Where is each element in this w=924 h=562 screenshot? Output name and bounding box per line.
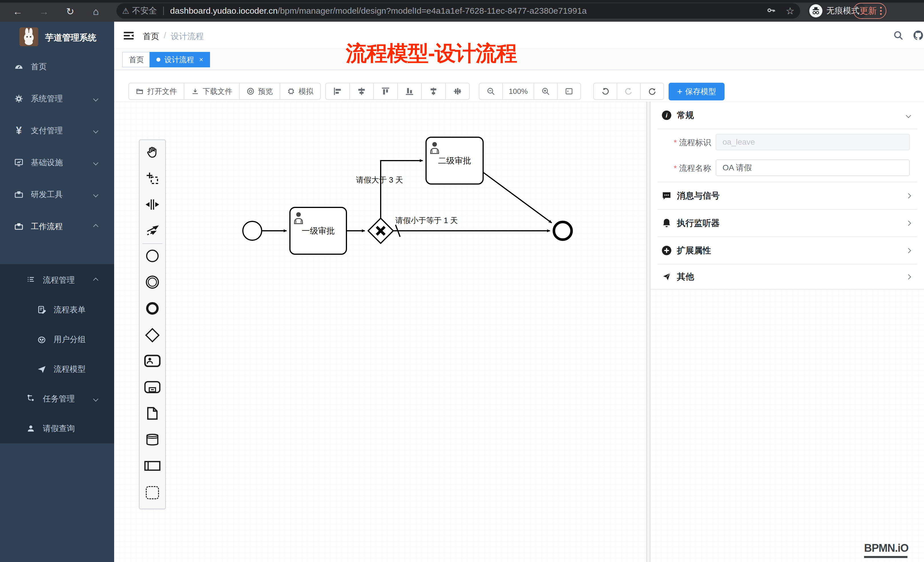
sidebar-item-task-mgmt[interactable]: 任务管理	[0, 384, 114, 414]
breadcrumb-home[interactable]: 首页	[142, 31, 159, 42]
align-middle-button[interactable]	[421, 83, 446, 100]
browser-tabstrip	[0, 0, 924, 3]
chevron-up-icon	[93, 224, 98, 229]
save-model-button[interactable]: + 保存模型	[669, 83, 724, 100]
workflow-submenu: 流程管理 流程表单 用户分组 流程模型 任务管理	[0, 264, 114, 443]
properties-panel: i 常规 * 流程标识 oa_leave * 流程名称 OA 请假 消息与信号 …	[651, 102, 924, 289]
panel-section-ext-props[interactable]: 扩展属性	[651, 237, 924, 264]
browser-menu-icon[interactable]	[880, 7, 882, 15]
zoom-level: 100%	[502, 83, 534, 100]
distribute-button[interactable]	[445, 83, 470, 100]
restart-button[interactable]	[640, 83, 664, 100]
exclusive-gateway[interactable]	[368, 218, 393, 243]
yen-icon: ¥	[14, 126, 24, 136]
page-tabs: 首页 设计流程 ×	[114, 48, 924, 70]
align-bottom-button[interactable]	[397, 83, 422, 100]
insecure-warning-icon: ⚠	[122, 6, 129, 16]
comment-icon	[662, 190, 672, 201]
sidebar-item-process-model[interactable]: 流程模型	[0, 354, 114, 384]
zoom-out-button[interactable]	[479, 83, 503, 100]
flow-task2-to-end[interactable]	[483, 172, 552, 223]
chevron-right-icon	[906, 248, 911, 253]
tab-design-process[interactable]: 设计流程 ×	[150, 52, 210, 67]
dashboard-icon	[14, 61, 24, 72]
sidebar-item-infra[interactable]: 基础设施	[0, 147, 114, 178]
panel-section-general[interactable]: i 常规	[651, 102, 924, 129]
sidebar-item-process-mgmt[interactable]: 流程管理	[0, 265, 114, 295]
sidebar-item-payment[interactable]: ¥ 支付管理	[0, 115, 114, 147]
paper-plane-icon	[36, 364, 47, 374]
download-file-button[interactable]: 下载文件	[184, 83, 240, 100]
chevron-down-icon	[93, 128, 98, 133]
flow-gateway-to-task2[interactable]	[381, 160, 423, 218]
browser-reload-icon[interactable]: ↻	[65, 6, 75, 16]
sidebar-item-home[interactable]: 首页	[0, 51, 114, 83]
chevron-down-icon	[93, 192, 98, 197]
chevron-down-icon	[93, 396, 98, 402]
info-icon: i	[662, 110, 672, 120]
end-event[interactable]	[554, 222, 572, 240]
sidebar-item-workflow[interactable]: 工作流程	[0, 211, 114, 243]
send-icon	[662, 271, 672, 282]
sidebar-item-process-form[interactable]: 流程表单	[0, 295, 114, 325]
collapse-sidebar-icon[interactable]	[122, 29, 135, 43]
chevron-right-icon	[906, 220, 911, 226]
sidebar-item-leave-query[interactable]: 请假查询	[0, 414, 114, 443]
sidebar-item-user-group[interactable]: 用户分组	[0, 325, 114, 354]
chevron-down-icon[interactable]	[906, 113, 911, 118]
browser-home-icon[interactable]: ⌂	[91, 6, 101, 16]
process-name-input[interactable]: OA 请假	[716, 159, 910, 176]
app-logo	[20, 27, 38, 46]
open-file-button[interactable]: 打开文件	[128, 83, 184, 100]
undo-button[interactable]	[593, 83, 617, 100]
tree-list-icon	[26, 275, 36, 285]
incognito-icon	[809, 4, 822, 17]
sidebar-item-devtools[interactable]: 研发工具	[0, 178, 114, 211]
flow-label-gt3[interactable]: 请假大于 3 天	[356, 176, 403, 184]
browser-forward-icon[interactable]: →	[39, 6, 49, 16]
preview-button[interactable]: 预览	[239, 83, 280, 100]
url-path[interactable]: /bpm/manager/model/design?modelId=e4a1a1…	[278, 6, 587, 16]
tab-home[interactable]: 首页	[122, 52, 151, 67]
process-key-input[interactable]: oa_leave	[716, 134, 910, 150]
flow-label-le1[interactable]: 请假小于等于 1 天	[395, 216, 458, 225]
close-tab-icon[interactable]: ×	[199, 55, 203, 64]
simulate-button[interactable]: 模拟	[280, 83, 321, 100]
panel-section-other[interactable]: 其他	[651, 264, 924, 289]
breadcrumb: 首页 / 设计流程	[142, 31, 204, 42]
active-tab-dot	[156, 58, 160, 61]
designer-toolbar: 打开文件 下载文件 预览 模拟	[114, 70, 924, 102]
app-title: 芋道管理系统	[45, 32, 96, 43]
panel-section-exec-listener[interactable]: 执行监听器	[651, 210, 924, 237]
url-host[interactable]: dashboard.yudao.iocoder.cn	[170, 6, 278, 16]
align-left-button[interactable]	[325, 83, 350, 100]
align-top-button[interactable]	[373, 83, 398, 100]
plus-circle-icon	[662, 245, 672, 256]
chevron-right-icon	[906, 274, 911, 279]
chevron-right-icon	[906, 193, 911, 198]
align-center-button[interactable]	[349, 83, 374, 100]
form-edit-icon	[36, 305, 47, 315]
panel-section-message-signal[interactable]: 消息与信号	[651, 182, 924, 209]
zoom-reset-button[interactable]	[557, 83, 581, 100]
breadcrumb-current: 设计流程	[171, 31, 204, 42]
task1-label: 一级审批	[302, 226, 335, 235]
chevron-down-icon	[93, 160, 98, 165]
toolbox-icon	[14, 221, 24, 232]
search-icon[interactable]	[892, 29, 904, 42]
password-key-icon[interactable]	[766, 5, 776, 16]
github-icon[interactable]	[912, 29, 924, 42]
zoom-in-button[interactable]	[534, 83, 558, 100]
start-event[interactable]	[243, 221, 262, 240]
browser-update-button[interactable]: 更新	[853, 3, 886, 19]
sidebar-item-system[interactable]: 系统管理	[0, 83, 114, 115]
bookmark-star-icon[interactable]: ☆	[786, 5, 795, 16]
gear-icon	[14, 94, 24, 104]
security-label[interactable]: 不安全	[132, 5, 157, 16]
annotation-title: 流程模型-设计流程	[346, 39, 517, 68]
address-bar[interactable]: ⚠ 不安全 dashboard.yudao.iocoder.cn /bpm/ma…	[116, 3, 800, 18]
browser-chrome: ← → ↻ ⌂ ⚠ 不安全 dashboard.yudao.iocoder.cn…	[0, 0, 924, 22]
field-label-process-name: * 流程名称	[651, 160, 711, 177]
redo-button[interactable]	[616, 83, 640, 100]
browser-back-icon[interactable]: ←	[12, 6, 23, 16]
